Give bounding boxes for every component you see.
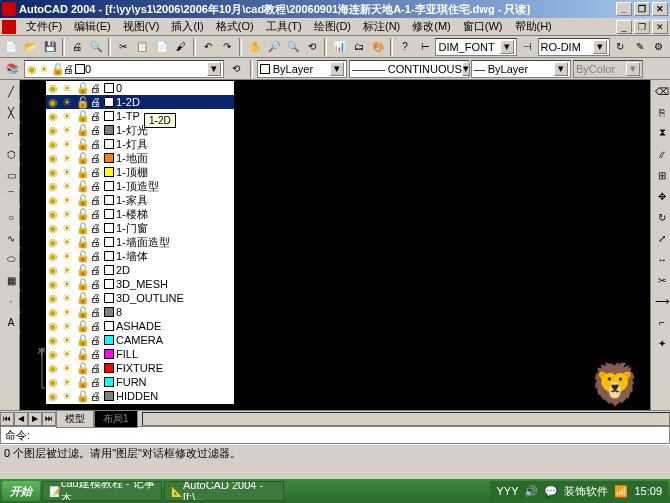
layer-row[interactable]: ◉☀🔓🖨1-2D: [46, 95, 234, 109]
layer-row[interactable]: ◉☀🔓🖨FURN: [46, 375, 234, 389]
dim-ed-icon[interactable]: ✎: [631, 37, 649, 57]
dim2-icon[interactable]: ⊣: [518, 37, 536, 57]
help-icon[interactable]: ?: [396, 37, 414, 57]
copy-icon[interactable]: 📋: [133, 37, 151, 57]
circle-icon[interactable]: ○: [1, 207, 21, 227]
layer-row[interactable]: ◉☀🔓🖨ASHADE: [46, 319, 234, 333]
menu-help[interactable]: 帮助(H): [509, 17, 558, 36]
menu-format[interactable]: 格式(O): [210, 17, 260, 36]
zoom-prev-icon[interactable]: ⟲: [303, 37, 321, 57]
paste-icon[interactable]: 📄: [153, 37, 171, 57]
array-icon[interactable]: ⊞: [652, 165, 670, 185]
open-icon[interactable]: 📂: [21, 37, 39, 57]
task-notepad[interactable]: 📝 cad建模教程 - 记事本: [42, 481, 162, 501]
hscroll[interactable]: [142, 412, 670, 426]
layer-row[interactable]: ◉☀🔓🖨1-家具: [46, 193, 234, 207]
layer-row[interactable]: ◉☀🔓🖨1-灯具: [46, 137, 234, 151]
tab-nav[interactable]: ⏮◀▶⏭: [0, 412, 56, 426]
menu-insert[interactable]: 插入(I): [165, 17, 209, 36]
tab-model[interactable]: 模型: [56, 410, 94, 428]
layer-prev-icon[interactable]: ⟲: [226, 59, 246, 79]
layer-row[interactable]: ◉☀🔓🖨1-地面: [46, 151, 234, 165]
scale-icon[interactable]: ⤢: [652, 228, 670, 248]
ellipse-icon[interactable]: ⬭: [1, 249, 21, 269]
linetype-combo[interactable]: ——— CONTINUOUS▾: [349, 60, 469, 78]
menu-file[interactable]: 文件(F): [20, 17, 68, 36]
layer-row[interactable]: ◉☀🔓🖨2D: [46, 263, 234, 277]
menu-edit[interactable]: 编辑(E): [68, 17, 117, 36]
layer-dropdown[interactable]: ◉☀🔓🖨0◉☀🔓🖨1-2D◉☀🔓🖨1-TP◉☀🔓🖨1-灯光◉☀🔓🖨1-灯具◉☀🔓…: [45, 80, 235, 405]
print-icon[interactable]: 🖨: [68, 37, 86, 57]
zoom-rt-icon[interactable]: 🔎: [265, 37, 283, 57]
layer-row[interactable]: ◉☀🔓🖨1-TP: [46, 109, 234, 123]
copy2-icon[interactable]: ⎘: [652, 102, 670, 122]
pline-icon[interactable]: ⌐: [1, 123, 21, 143]
minimize-button[interactable]: _: [616, 2, 632, 16]
layer-row[interactable]: ◉☀🔓🖨1-墙体: [46, 249, 234, 263]
stretch-icon[interactable]: ↔: [652, 249, 670, 269]
arc-icon[interactable]: ⌒: [1, 186, 21, 206]
xline-icon[interactable]: ╳: [1, 102, 21, 122]
maximize-button[interactable]: ❐: [634, 2, 650, 16]
tool-palette-icon[interactable]: 🎨: [369, 37, 387, 57]
dim-icon[interactable]: ⊢: [416, 37, 434, 57]
color-combo[interactable]: ByLayer▾: [257, 60, 347, 78]
layer-mgr-icon[interactable]: 📚: [2, 59, 22, 79]
layer-row[interactable]: ◉☀🔓🖨HIDDEN: [46, 389, 234, 403]
tab-layout1[interactable]: 布局1: [94, 410, 138, 428]
system-tray[interactable]: YYY 🔊💬 装饰软件 📶 15:09: [490, 481, 668, 501]
menu-tools[interactable]: 工具(T): [260, 17, 308, 36]
spline-icon[interactable]: ∿: [1, 228, 21, 248]
layer-row[interactable]: ◉☀🔓🖨1-顶棚: [46, 165, 234, 179]
mirror-icon[interactable]: ⧗: [652, 123, 670, 143]
layer-row[interactable]: ◉☀🔓🖨8: [46, 305, 234, 319]
doc-restore-button[interactable]: ❐: [634, 20, 650, 34]
fillet-icon[interactable]: ⌐: [652, 312, 670, 332]
layer-row[interactable]: ◉☀🔓🖨1-门窗: [46, 221, 234, 235]
layer-combo[interactable]: ◉ ☀ 🔓 🖨 0 ▾: [24, 60, 224, 78]
menu-draw[interactable]: 绘图(D): [308, 17, 357, 36]
zoom-win-icon[interactable]: 🔍: [284, 37, 302, 57]
drawing-canvas[interactable]: ◉☀🔓🖨0◉☀🔓🖨1-2D◉☀🔓🖨1-TP◉☀🔓🖨1-灯光◉☀🔓🖨1-灯具◉☀🔓…: [20, 80, 670, 410]
cut-icon[interactable]: ✂: [114, 37, 132, 57]
dim-sty-icon[interactable]: ⚙: [650, 37, 668, 57]
start-button[interactable]: 开始: [2, 481, 40, 501]
match-icon[interactable]: 🖌: [172, 37, 190, 57]
menu-window[interactable]: 窗口(W): [457, 17, 509, 36]
layer-row[interactable]: ◉☀🔓🖨1-顶造型: [46, 179, 234, 193]
menu-modify[interactable]: 修改(M): [406, 17, 457, 36]
plotstyle-combo[interactable]: ByColor▾: [573, 60, 643, 78]
extend-icon[interactable]: ⟶: [652, 291, 670, 311]
layer-row[interactable]: ◉☀🔓🖨1-楼梯: [46, 207, 234, 221]
hatch-icon[interactable]: ▦: [1, 270, 21, 290]
text-icon[interactable]: A: [1, 312, 21, 332]
layer-row[interactable]: ◉☀🔓🖨CAMERA: [46, 333, 234, 347]
move-icon[interactable]: ✥: [652, 186, 670, 206]
layer-row[interactable]: ◉☀🔓🖨FILL: [46, 347, 234, 361]
undo-icon[interactable]: ↶: [199, 37, 217, 57]
rotate-icon[interactable]: ↻: [652, 207, 670, 227]
explode-icon[interactable]: ✦: [652, 333, 670, 353]
layer-row[interactable]: ◉☀🔓🖨1-灯光: [46, 123, 234, 137]
layer-row[interactable]: ◉☀🔓🖨FIXTURE: [46, 361, 234, 375]
layer-row[interactable]: ◉☀🔓🖨3D_MESH: [46, 277, 234, 291]
rect-icon[interactable]: ▭: [1, 165, 21, 185]
redo-icon[interactable]: ↷: [218, 37, 236, 57]
menu-view[interactable]: 视图(V): [117, 17, 166, 36]
preview-icon[interactable]: 🔍: [87, 37, 105, 57]
layer-row[interactable]: ◉☀🔓🖨3D_OUTLINE: [46, 291, 234, 305]
doc-minimize-button[interactable]: _: [616, 20, 632, 34]
pan-icon[interactable]: ✋: [245, 37, 263, 57]
lineweight-combo[interactable]: — ByLayer▾: [471, 60, 571, 78]
dimstyle-combo[interactable]: DIM_FONT▾: [435, 38, 517, 56]
layer-row[interactable]: ◉☀🔓🖨INSERT: [46, 403, 234, 405]
line-icon[interactable]: ╱: [1, 81, 21, 101]
layer-row[interactable]: ◉☀🔓🖨1-墙面造型: [46, 235, 234, 249]
point-icon[interactable]: ·: [1, 291, 21, 311]
layer-row[interactable]: ◉☀🔓🖨0: [46, 81, 234, 95]
task-autocad[interactable]: 📐 AutoCAD 2004 - [f:\...: [164, 481, 284, 501]
polygon-icon[interactable]: ⬡: [1, 144, 21, 164]
dc-icon[interactable]: 🗂: [350, 37, 368, 57]
dimstyle2-combo[interactable]: RO-DIM▾: [538, 38, 611, 56]
dim-upd-icon[interactable]: ↻: [611, 37, 629, 57]
